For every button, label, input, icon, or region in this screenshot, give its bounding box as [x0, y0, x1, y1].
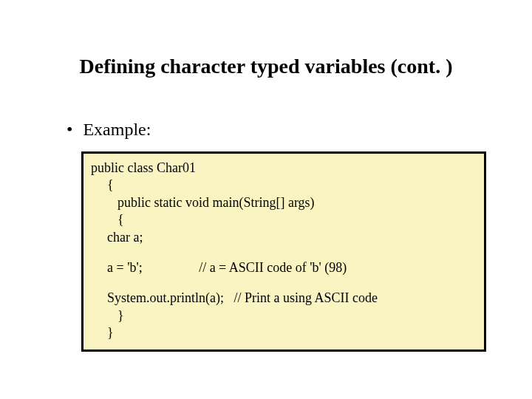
bullet-text: Example:: [83, 120, 151, 140]
code-line: char a;: [91, 229, 477, 246]
code-line: }: [91, 324, 477, 341]
code-line: {: [91, 211, 477, 228]
slide-title: Defining character typed variables (cont…: [44, 55, 488, 78]
bullet-dot-icon: •: [66, 120, 72, 138]
code-line: System.out.println(a); // Print a using …: [91, 290, 477, 307]
code-line: {: [91, 177, 477, 194]
bullet-item: • Example:: [66, 120, 488, 140]
code-line: a = 'b'; // a = ASCII code of 'b' (98): [91, 259, 477, 276]
code-box: public class Char01 { public static void…: [81, 151, 486, 352]
blank-line: [91, 276, 477, 290]
code-line: }: [91, 307, 477, 324]
blank-line: [91, 246, 477, 259]
code-line: public class Char01: [91, 160, 477, 177]
slide: Defining character typed variables (cont…: [0, 0, 532, 352]
code-line: public static void main(String[] args): [91, 194, 477, 211]
